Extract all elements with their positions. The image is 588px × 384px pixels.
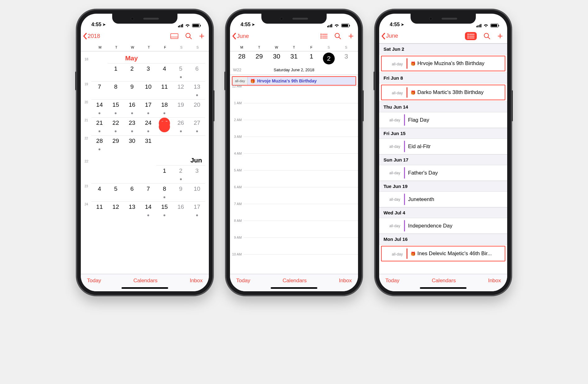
calendar-day[interactable]: 5 bbox=[108, 183, 124, 201]
calendar-day[interactable]: 12 bbox=[108, 201, 124, 219]
home-indicator[interactable] bbox=[420, 287, 466, 289]
calendar-day[interactable]: 9 bbox=[124, 81, 140, 99]
agenda-list[interactable]: Sat Jun 2all-day🎁Hrvoje Muzina's 9th Bir… bbox=[379, 44, 507, 274]
calendar-day[interactable]: 6 bbox=[124, 183, 140, 201]
calendar-day[interactable]: 14 bbox=[140, 201, 156, 219]
calendar-day[interactable]: 20 bbox=[189, 99, 205, 117]
calendar-day[interactable]: 7 bbox=[140, 183, 156, 201]
calendar-day[interactable]: 31 bbox=[140, 135, 156, 153]
calendar-day[interactable]: 2 bbox=[124, 63, 140, 81]
month-content[interactable]: 18May12345619789101112132014151617181920… bbox=[81, 51, 209, 274]
day-content[interactable]: all-day 🎁 Hrvoje Muzina's 9th Birthday 1… bbox=[230, 75, 358, 274]
calendars-button[interactable]: Calendars bbox=[283, 278, 307, 284]
calendar-day[interactable]: 8 bbox=[156, 183, 172, 201]
calendar-day[interactable]: 25 bbox=[156, 117, 172, 135]
agenda-event[interactable]: all-day🎁Ines Delevic Majetic's 46th Bir.… bbox=[381, 246, 505, 261]
today-button[interactable]: Today bbox=[87, 278, 101, 284]
calendar-day[interactable]: 3 bbox=[189, 165, 205, 183]
calendar-day[interactable]: 4 bbox=[91, 183, 108, 201]
back-button[interactable]: June bbox=[232, 33, 249, 40]
hour-row[interactable]: 1 AM bbox=[230, 103, 358, 120]
back-button[interactable]: 2018 bbox=[83, 33, 100, 40]
add-button[interactable]: + bbox=[199, 31, 204, 41]
hour-row[interactable]: 5 AM bbox=[230, 170, 358, 187]
calendar-day[interactable]: 1 bbox=[156, 165, 172, 183]
agenda-event[interactable]: all-dayFather's Day bbox=[379, 165, 507, 181]
search-icon[interactable] bbox=[484, 33, 490, 40]
home-indicator[interactable] bbox=[271, 287, 317, 289]
search-icon[interactable] bbox=[334, 33, 341, 40]
list-toggle-icon[interactable] bbox=[320, 34, 328, 39]
home-indicator[interactable] bbox=[122, 287, 168, 289]
hour-row[interactable]: 6 AM bbox=[230, 187, 358, 204]
calendar-day[interactable]: 7 bbox=[91, 81, 108, 99]
calendar-day[interactable]: 3 bbox=[140, 63, 156, 81]
agenda-event[interactable]: all-dayJuneteenth bbox=[379, 192, 507, 207]
calendar-day[interactable]: 28 bbox=[91, 135, 108, 153]
agenda-event[interactable]: all-day🎁Darko Martic's 38th Birthday bbox=[381, 85, 505, 100]
strip-day[interactable]: 1 bbox=[303, 53, 320, 64]
hour-row[interactable]: 4 AM bbox=[230, 153, 358, 170]
today-button[interactable]: Today bbox=[385, 278, 399, 284]
calendar-day[interactable]: 18 bbox=[156, 99, 172, 117]
inbox-button[interactable]: Inbox bbox=[190, 278, 203, 284]
calendar-day[interactable]: 30 bbox=[124, 135, 140, 153]
list-toggle-icon[interactable] bbox=[465, 32, 477, 40]
search-icon[interactable] bbox=[185, 33, 192, 40]
hours-grid[interactable]: 12 AM1 AM2 AM3 AM4 AM5 AM6 AM7 AM8 AM9 A… bbox=[230, 86, 358, 271]
strip-day[interactable]: 28 bbox=[233, 53, 250, 64]
hour-row[interactable]: 3 AM bbox=[230, 137, 358, 153]
calendar-day[interactable]: 10 bbox=[189, 183, 205, 201]
hour-row[interactable]: 2 AM bbox=[230, 120, 358, 137]
hour-row[interactable]: 8 AM bbox=[230, 221, 358, 237]
add-button[interactable]: + bbox=[348, 31, 354, 41]
hour-row[interactable]: 9 AM bbox=[230, 237, 358, 254]
strip-day[interactable]: 2 bbox=[320, 53, 338, 64]
calendar-day[interactable]: 6 bbox=[189, 63, 205, 81]
calendar-day[interactable]: 27 bbox=[189, 117, 205, 135]
agenda-event[interactable]: all-dayIndependence Day bbox=[379, 218, 507, 234]
hour-row[interactable]: 7 AM bbox=[230, 204, 358, 221]
calendar-day[interactable]: 24 bbox=[140, 117, 156, 135]
calendar-day[interactable]: 17 bbox=[140, 99, 156, 117]
calendar-day[interactable]: 5 bbox=[172, 63, 189, 81]
view-toggle-icon[interactable] bbox=[170, 33, 178, 39]
strip-day[interactable]: 31 bbox=[285, 53, 303, 64]
calendar-day[interactable]: 4 bbox=[156, 63, 172, 81]
calendar-day[interactable]: 11 bbox=[91, 201, 108, 219]
hour-row[interactable]: 10 AM bbox=[230, 254, 358, 271]
calendar-day[interactable]: 8 bbox=[108, 81, 124, 99]
day-strip[interactable]: 28293031123 bbox=[230, 51, 358, 66]
inbox-button[interactable]: Inbox bbox=[339, 278, 352, 284]
calendar-day[interactable]: 16 bbox=[124, 99, 140, 117]
strip-day[interactable]: 29 bbox=[250, 53, 268, 64]
add-button[interactable]: + bbox=[497, 31, 503, 41]
allday-event[interactable]: all-day 🎁 Hrvoje Muzina's 9th Birthday bbox=[232, 76, 356, 86]
agenda-event[interactable]: all-day🎁Hrvoje Muzina's 9th Birthday bbox=[381, 56, 505, 71]
agenda-event[interactable]: all-dayFlag Day bbox=[379, 112, 507, 128]
hour-row[interactable]: 12 AM bbox=[230, 86, 358, 103]
calendar-day[interactable]: 14 bbox=[91, 99, 108, 117]
calendars-button[interactable]: Calendars bbox=[133, 278, 158, 284]
inbox-button[interactable]: Inbox bbox=[488, 278, 501, 284]
calendar-day[interactable]: 29 bbox=[108, 135, 124, 153]
calendar-day[interactable]: 12 bbox=[172, 81, 189, 99]
calendar-day[interactable]: 22 bbox=[108, 117, 124, 135]
calendar-day[interactable]: 21 bbox=[91, 117, 108, 135]
calendar-day[interactable]: 9 bbox=[172, 183, 189, 201]
calendar-day[interactable]: 1 bbox=[108, 63, 124, 81]
calendar-day[interactable]: 2 bbox=[172, 165, 189, 183]
calendar-day[interactable]: 19 bbox=[172, 99, 189, 117]
strip-day[interactable]: 3 bbox=[338, 53, 355, 64]
calendar-day[interactable]: 13 bbox=[124, 201, 140, 219]
agenda-event[interactable]: all-dayEid al-Fitr bbox=[379, 139, 507, 154]
calendar-day[interactable]: 16 bbox=[172, 201, 189, 219]
calendar-day[interactable]: 11 bbox=[156, 81, 172, 99]
calendars-button[interactable]: Calendars bbox=[432, 278, 456, 284]
today-button[interactable]: Today bbox=[236, 278, 250, 284]
calendar-day[interactable]: 23 bbox=[124, 117, 140, 135]
strip-day[interactable]: 30 bbox=[268, 53, 285, 64]
calendar-day[interactable]: 15 bbox=[108, 99, 124, 117]
calendar-day[interactable]: 10 bbox=[140, 81, 156, 99]
calendar-day[interactable]: 26 bbox=[172, 117, 189, 135]
